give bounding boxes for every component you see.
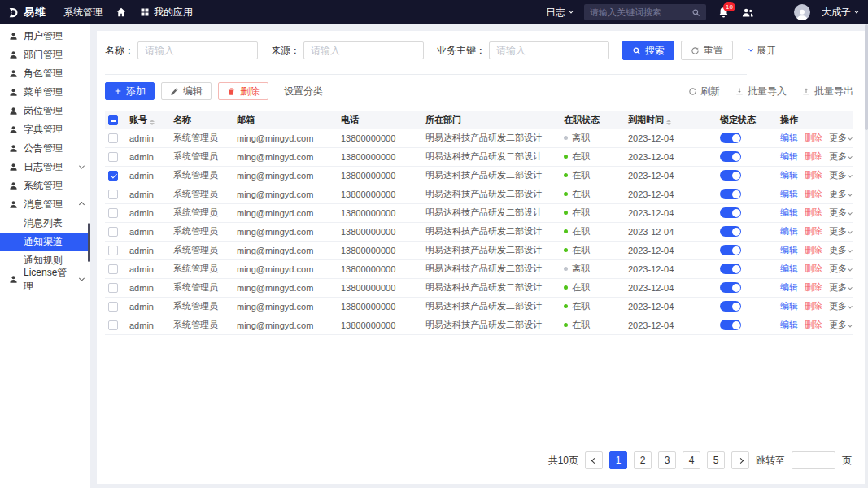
sidebar-subitem[interactable]: 通知渠道 xyxy=(0,233,90,251)
row-delete-link[interactable]: 删除 xyxy=(805,301,822,311)
my-apps-nav[interactable]: 我的应用 xyxy=(140,6,193,20)
row-delete-link[interactable]: 删除 xyxy=(805,189,822,198)
lock-toggle[interactable] xyxy=(720,282,741,293)
column-header[interactable]: 账号 xyxy=(126,111,170,129)
row-checkbox[interactable] xyxy=(108,133,118,143)
row-delete-link[interactable]: 删除 xyxy=(805,245,822,255)
sidebar-item[interactable]: 部门管理 xyxy=(0,46,90,64)
row-delete-link[interactable]: 删除 xyxy=(805,151,822,161)
row-checkbox[interactable] xyxy=(108,264,118,274)
pagination-next-button[interactable] xyxy=(731,451,749,469)
lock-toggle[interactable] xyxy=(720,301,741,312)
column-header[interactable]: 所在部门 xyxy=(422,111,560,129)
lock-toggle[interactable] xyxy=(720,245,741,255)
filter-bizkey-input[interactable] xyxy=(489,41,609,59)
lock-toggle[interactable] xyxy=(720,264,741,274)
sort-icon[interactable] xyxy=(150,120,155,125)
lock-toggle[interactable] xyxy=(720,207,741,218)
row-more-link[interactable]: 更多 xyxy=(829,264,852,273)
row-more-link[interactable]: 更多 xyxy=(829,301,852,311)
sidebar-item[interactable]: 消息管理 xyxy=(0,195,90,214)
lock-toggle[interactable] xyxy=(720,189,741,199)
row-more-link[interactable]: 更多 xyxy=(829,320,852,329)
row-more-link[interactable]: 更多 xyxy=(829,226,852,236)
row-more-link[interactable]: 更多 xyxy=(829,207,852,217)
row-delete-link[interactable]: 删除 xyxy=(805,226,822,236)
pagination-page-button[interactable]: 4 xyxy=(683,451,700,469)
sort-icon[interactable] xyxy=(666,120,671,125)
row-edit-link[interactable]: 编辑 xyxy=(780,151,798,161)
contacts-icon[interactable] xyxy=(741,7,754,19)
row-delete-link[interactable]: 删除 xyxy=(805,320,822,329)
pagination-page-button[interactable]: 3 xyxy=(658,451,676,469)
sidebar-item[interactable]: 角色管理 xyxy=(0,64,90,83)
row-delete-link[interactable]: 删除 xyxy=(805,264,822,273)
row-more-link[interactable]: 更多 xyxy=(829,170,852,180)
delete-button[interactable]: 删除 xyxy=(218,82,268,100)
notification-bell-icon[interactable]: 10 xyxy=(718,7,730,19)
pagination-page-button[interactable]: 5 xyxy=(707,451,725,469)
row-checkbox[interactable] xyxy=(108,171,118,181)
filter-source-input[interactable] xyxy=(303,41,424,59)
sidebar-item[interactable]: License管理 xyxy=(0,270,90,289)
column-header[interactable]: 到期时间 xyxy=(625,111,717,129)
row-delete-link[interactable]: 删除 xyxy=(805,207,822,217)
row-checkbox[interactable] xyxy=(108,302,118,312)
expand-button[interactable]: 展开 xyxy=(739,41,786,60)
column-header[interactable]: 操作 xyxy=(777,111,853,129)
column-header[interactable]: 名称 xyxy=(170,111,233,129)
row-edit-link[interactable]: 编辑 xyxy=(780,226,798,236)
home-icon[interactable] xyxy=(116,7,127,18)
lock-toggle[interactable] xyxy=(720,133,741,143)
lock-toggle[interactable] xyxy=(720,170,741,181)
sidebar-item[interactable]: 用户管理 xyxy=(0,27,90,46)
row-more-link[interactable]: 更多 xyxy=(829,151,852,161)
sidebar-item[interactable]: 字典管理 xyxy=(0,120,90,139)
row-edit-link[interactable]: 编辑 xyxy=(780,301,798,311)
topbar-search[interactable] xyxy=(584,4,706,20)
row-delete-link[interactable]: 删除 xyxy=(805,133,822,142)
page-scrollbar[interactable] xyxy=(865,24,868,488)
lock-toggle[interactable] xyxy=(720,151,741,162)
row-edit-link[interactable]: 编辑 xyxy=(780,170,798,180)
filter-name-input[interactable] xyxy=(137,41,258,59)
column-header[interactable]: 在职状态 xyxy=(560,111,625,129)
edit-button[interactable]: 编辑 xyxy=(161,82,212,100)
row-edit-link[interactable]: 编辑 xyxy=(780,264,798,273)
row-delete-link[interactable]: 删除 xyxy=(805,170,822,180)
sidebar-item[interactable]: 系统管理 xyxy=(0,176,90,195)
row-checkbox[interactable] xyxy=(108,246,118,255)
pagination-page-button[interactable]: 1 xyxy=(609,451,627,469)
row-edit-link[interactable]: 编辑 xyxy=(780,207,798,217)
row-more-link[interactable]: 更多 xyxy=(829,282,852,292)
add-button[interactable]: 添加 xyxy=(105,82,155,100)
pagination-page-button[interactable]: 2 xyxy=(634,451,652,469)
row-edit-link[interactable]: 编辑 xyxy=(780,320,798,329)
lock-toggle[interactable] xyxy=(720,320,741,330)
set-category-button[interactable]: 设置分类 xyxy=(275,82,332,100)
log-dropdown[interactable]: 日志 xyxy=(546,6,573,20)
pagination-prev-button[interactable] xyxy=(585,451,603,469)
row-checkbox[interactable] xyxy=(108,152,118,162)
select-all-checkbox[interactable] xyxy=(108,115,118,125)
row-checkbox[interactable] xyxy=(108,190,118,199)
sidebar-item[interactable]: 日志管理 xyxy=(0,158,90,176)
refresh-button[interactable]: 刷新 xyxy=(688,85,720,98)
avatar[interactable] xyxy=(794,4,810,20)
search-icon[interactable] xyxy=(691,8,700,17)
row-checkbox[interactable] xyxy=(108,227,118,237)
row-delete-link[interactable]: 删除 xyxy=(805,282,822,292)
reset-button[interactable]: 重置 xyxy=(681,41,733,60)
lock-toggle[interactable] xyxy=(720,226,741,237)
column-header[interactable]: 邮箱 xyxy=(233,111,338,129)
column-header[interactable]: 锁定状态 xyxy=(717,111,777,129)
row-checkbox[interactable] xyxy=(108,320,118,330)
sidebar-subitem[interactable]: 消息列表 xyxy=(0,214,90,233)
sidebar-item[interactable]: 菜单管理 xyxy=(0,83,90,102)
row-edit-link[interactable]: 编辑 xyxy=(780,282,798,292)
row-checkbox[interactable] xyxy=(108,208,118,218)
user-menu[interactable]: 大成子 xyxy=(822,6,858,20)
row-edit-link[interactable]: 编辑 xyxy=(780,133,798,142)
page-scrollbar-thumb[interactable] xyxy=(865,24,868,130)
row-more-link[interactable]: 更多 xyxy=(829,133,852,142)
